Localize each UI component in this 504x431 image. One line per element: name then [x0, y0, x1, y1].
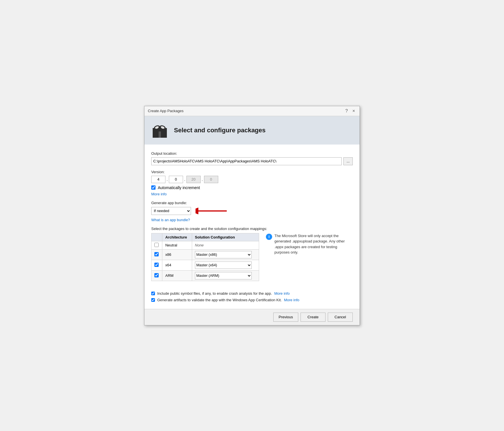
- title-bar-buttons: ? ×: [344, 108, 356, 114]
- x86-arch-cell: x86: [162, 249, 192, 260]
- output-location-row: ...: [151, 157, 353, 165]
- red-arrow-icon: [196, 207, 230, 215]
- x86-config-select[interactable]: Master (x86): [195, 251, 252, 258]
- bundle-section: Generate app bundle: Always If needed Ne…: [151, 201, 353, 222]
- arm-arch-cell: ARM: [162, 270, 192, 281]
- gift-icon: [151, 122, 168, 139]
- arm-config-select[interactable]: Master (ARM): [195, 272, 252, 279]
- info-box: i The Microsoft Store will only accept t…: [266, 233, 353, 255]
- artifacts-checkbox[interactable]: [151, 298, 155, 302]
- dialog-title: Create App Packages: [148, 109, 184, 113]
- bundle-label: Generate app bundle:: [151, 201, 353, 205]
- help-button[interactable]: ?: [344, 108, 349, 114]
- arm-checkbox-cell: [152, 270, 162, 281]
- auto-increment-label: Automatically increment: [158, 185, 200, 190]
- x86-checkbox[interactable]: [154, 252, 159, 256]
- table-row: ARM Master (ARM): [152, 270, 259, 281]
- artifacts-more-info-link[interactable]: More info: [284, 298, 299, 302]
- red-arrow-annotation: [196, 207, 230, 215]
- packages-table: Architecture Solution Configuration Neut…: [151, 233, 259, 281]
- version-label: Version:: [151, 170, 353, 174]
- symbol-files-more-info-link[interactable]: More info: [274, 291, 289, 296]
- x64-arch-cell: x64: [162, 260, 192, 270]
- version-more-info-link[interactable]: More info: [151, 192, 167, 196]
- svg-rect-3: [159, 131, 161, 138]
- neutral-arch-cell: Neutral: [162, 241, 192, 249]
- artifacts-row: Generate artifacts to validate the app w…: [151, 298, 353, 302]
- version-input-4: [204, 176, 218, 183]
- version-input-2[interactable]: [169, 176, 183, 183]
- info-text: The Microsoft Store will only accept the…: [274, 233, 353, 255]
- bundle-select[interactable]: Always If needed Never: [151, 207, 191, 215]
- symbol-files-checkbox[interactable]: [151, 292, 155, 295]
- version-input-3: [186, 176, 201, 183]
- symbol-files-label: Include public symbol files, if any, to …: [157, 291, 272, 296]
- x64-config-select[interactable]: Master (x64): [195, 261, 252, 269]
- output-location-input[interactable]: [151, 157, 342, 165]
- table-row: Neutral None: [152, 241, 259, 249]
- svg-point-8: [158, 127, 161, 129]
- previous-button[interactable]: Previous: [273, 313, 298, 322]
- what-is-app-bundle-link[interactable]: What is an app bundle?: [151, 218, 190, 222]
- table-row: x64 Master (x64): [152, 260, 259, 270]
- col-architecture: Architecture: [162, 233, 192, 241]
- neutral-checkbox[interactable]: [154, 243, 159, 247]
- close-button[interactable]: ×: [351, 108, 356, 114]
- bottom-checkboxes: Include public symbol files, if any, to …: [151, 288, 353, 302]
- packages-table-wrapper: Architecture Solution Configuration Neut…: [151, 233, 259, 281]
- create-button[interactable]: Create: [301, 313, 326, 322]
- table-row: x86 Master (x86): [152, 249, 259, 260]
- info-icon: i: [266, 234, 272, 240]
- content-area: Output location: ... Version: . . . Auto…: [144, 145, 360, 309]
- cancel-button[interactable]: Cancel: [328, 313, 353, 322]
- neutral-config-cell: None: [192, 241, 259, 249]
- header-title: Select and configure packages: [174, 127, 266, 134]
- x86-checkbox-cell: [152, 249, 162, 260]
- auto-increment-row: Automatically increment: [151, 185, 353, 190]
- packages-section: Select the packages to create and the so…: [151, 227, 353, 281]
- neutral-checkbox-cell: [152, 241, 162, 249]
- footer: Previous Create Cancel: [144, 309, 360, 325]
- table-header-row: Architecture Solution Configuration: [152, 233, 259, 241]
- symbol-files-row: Include public symbol files, if any, to …: [151, 291, 353, 296]
- packages-label: Select the packages to create and the so…: [151, 227, 353, 231]
- header-section: Select and configure packages: [144, 116, 360, 145]
- version-section: Version: . . . Automatically increment M…: [151, 170, 353, 196]
- x86-config-cell: Master (x86): [192, 249, 259, 260]
- col-solution-config: Solution Configuration: [192, 233, 259, 241]
- title-bar: Create App Packages ? ×: [144, 106, 360, 116]
- x64-checkbox[interactable]: [154, 263, 159, 267]
- bundle-dropdown-row: Always If needed Never: [151, 207, 353, 215]
- arm-config-cell: Master (ARM): [192, 270, 259, 281]
- arm-checkbox[interactable]: [154, 273, 159, 277]
- output-location-label: Output location:: [151, 151, 353, 156]
- dialog: Create App Packages ? × Select and confi…: [144, 106, 360, 325]
- version-input-1[interactable]: [151, 176, 165, 183]
- browse-button[interactable]: ...: [343, 157, 353, 165]
- x64-config-cell: Master (x64): [192, 260, 259, 270]
- packages-content: Architecture Solution Configuration Neut…: [151, 233, 353, 281]
- col-checkbox: [152, 233, 162, 241]
- artifacts-label: Generate artifacts to validate the app w…: [157, 298, 282, 302]
- version-row: . . .: [151, 176, 353, 183]
- x64-checkbox-cell: [152, 260, 162, 270]
- auto-increment-checkbox[interactable]: [151, 185, 156, 190]
